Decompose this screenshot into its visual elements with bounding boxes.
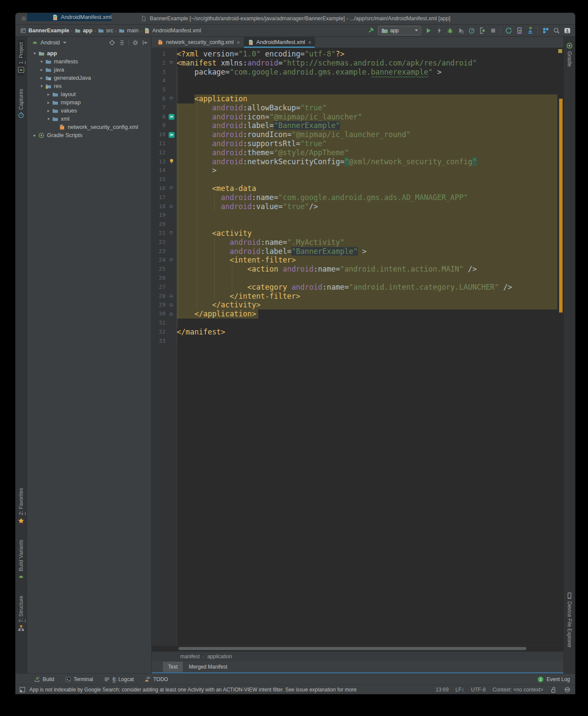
fold-end-icon[interactable] — [168, 302, 175, 309]
breadcrumb-item[interactable]: main — [118, 27, 138, 34]
code-line[interactable]: 9 android:label="BannerExample" — [152, 121, 557, 130]
code-line[interactable]: 30 </application> — [152, 310, 557, 319]
lock-open-icon[interactable] — [550, 686, 557, 693]
intention-bulb-icon[interactable] — [168, 158, 175, 165]
code-line[interactable]: 25 <action android:name="android.intent.… — [152, 265, 557, 274]
tool-window-button-build-variants[interactable]: Build Variants — [18, 538, 25, 582]
fold-end-icon[interactable] — [168, 311, 175, 318]
profile-icon[interactable] — [457, 27, 464, 34]
selection-scroll-marker[interactable] — [559, 99, 563, 313]
context-widget[interactable]: Context: <no context> — [493, 687, 543, 693]
tool-window-button-gradle[interactable]: Gradle — [566, 40, 573, 69]
tree-item-mipmap[interactable]: ▸ mipmap — [27, 98, 151, 106]
fold-collapse-icon[interactable] — [168, 95, 175, 102]
file-encoding[interactable]: UTF-8 — [471, 687, 486, 693]
chevron-right-icon[interactable]: ▸ — [45, 108, 52, 113]
code-line[interactable]: 26 — [152, 274, 557, 283]
chevron-right-icon[interactable]: ▸ — [38, 67, 45, 72]
code-line[interactable]: 22 android:name=".MyActivity" — [152, 238, 557, 247]
account-icon[interactable] — [564, 27, 571, 34]
breadcrumb-item[interactable]: BannerExample — [20, 27, 69, 34]
highlighting-level-icon[interactable] — [564, 686, 571, 693]
android-profiler-icon[interactable] — [468, 27, 475, 34]
code-line[interactable]: 21 <activity — [152, 229, 557, 238]
resource-preview-icon[interactable] — [168, 113, 175, 120]
attach-debugger-icon[interactable] — [479, 27, 486, 34]
code-line[interactable]: 7 android:allowBackup="true" — [152, 103, 557, 113]
chevron-down-icon[interactable]: ▾ — [38, 84, 45, 88]
project-view-selector[interactable]: Android — [31, 39, 66, 46]
resource-preview-icon[interactable] — [168, 131, 175, 138]
gear-icon[interactable] — [132, 39, 139, 46]
chevron-right-icon[interactable]: ▸ — [45, 92, 52, 97]
status-message[interactable]: App is not indexable by Google Search; c… — [29, 687, 357, 693]
breadcrumb-item[interactable]: app — [74, 27, 92, 34]
code-line[interactable]: 3 package="com.google.android.gms.exampl… — [152, 68, 557, 77]
code-line[interactable]: 31 — [152, 319, 557, 328]
fold-collapse-icon[interactable] — [168, 230, 175, 237]
code-line[interactable]: 23 android:label="BannerExample" > — [152, 247, 557, 256]
tree-item-network-security-config-xml[interactable]: network_security_config.xml — [27, 123, 151, 131]
caret-position[interactable]: 13:69 — [436, 687, 449, 693]
view-tab-text[interactable]: Text — [163, 662, 183, 672]
code-line[interactable]: 16 <meta-data — [152, 184, 557, 193]
stop-icon[interactable] — [490, 27, 497, 34]
code-line[interactable]: 2 <manifest xmlns:android="http://schema… — [152, 59, 557, 68]
tool-window-button-build[interactable]: Build — [34, 676, 54, 683]
search-everywhere-icon[interactable] — [553, 27, 560, 34]
collapse-all-icon[interactable] — [119, 39, 125, 46]
xml-breadcrumb-manifest[interactable]: manifest — [180, 653, 200, 660]
fold-end-icon[interactable] — [168, 203, 175, 210]
apply-changes-icon[interactable] — [436, 27, 443, 34]
tree-item-res[interactable]: ▾ res — [27, 82, 151, 90]
inspection-status-marker[interactable] — [558, 49, 562, 53]
chevron-right-icon[interactable]: ▸ — [38, 75, 45, 80]
run-icon[interactable] — [425, 27, 432, 34]
editor-tab-androidmanifest-xml[interactable]: AndroidManifest.xml× — [244, 37, 316, 47]
code-line[interactable]: 10 android:roundIcon="@mipmap/ic_launche… — [152, 130, 557, 139]
view-tab-merged-manifest[interactable]: Merged Manifest — [184, 662, 232, 672]
close-icon[interactable]: × — [308, 39, 312, 46]
chevron-right-icon[interactable]: ▸ — [45, 100, 52, 105]
tool-window-button-7-structure[interactable]: 7: Structure — [18, 594, 25, 634]
code-line[interactable]: 13 android:networkSecurityConfig="@xml/n… — [152, 157, 557, 166]
tool-window-button-terminal[interactable]: Terminal — [65, 676, 93, 683]
code-line[interactable]: 29 </activity> — [152, 300, 557, 310]
xml-breadcrumb-application[interactable]: application — [207, 653, 232, 660]
tree-item-xml[interactable]: ▾ xml — [27, 115, 151, 123]
code-line[interactable]: 1 <?xml version="1.0" encoding="utf-8"?> — [152, 50, 557, 59]
code-editor[interactable]: 1 <?xml version="1.0" encoding="utf-8"?>… — [152, 48, 563, 645]
code-line[interactable]: 4 — [152, 76, 557, 85]
fold-end-icon[interactable] — [168, 293, 175, 300]
sync-gradle-icon[interactable] — [505, 27, 512, 34]
code-line[interactable]: 27 <category android:name="android.inten… — [152, 283, 557, 292]
code-line[interactable]: 24 <intent-filter> — [152, 256, 557, 265]
hide-panel-icon[interactable] — [142, 39, 149, 46]
editor-tab-network-security-config-xml[interactable]: network_security_config.xml× — [153, 37, 244, 47]
code-line[interactable]: 17 android:name="com.google.android.gms.… — [152, 193, 557, 202]
code-line[interactable]: 6 <application — [152, 94, 557, 103]
code-line[interactable]: 18 android:value="true"/> — [152, 202, 557, 211]
close-icon[interactable]: × — [237, 39, 240, 46]
tool-window-button-todo[interactable]: TODO — [144, 676, 168, 683]
code-line[interactable]: 11 android:supportsRtl="true" — [152, 139, 557, 148]
toggle-tool-stripes-icon[interactable] — [19, 686, 26, 693]
make-project-icon[interactable] — [367, 27, 374, 34]
tree-item-generatedjava[interactable]: ▸ generatedJava — [27, 74, 151, 82]
code-line[interactable]: 19 — [152, 211, 557, 220]
chevron-right-icon[interactable]: ▸ — [31, 133, 38, 138]
tool-window-button-device-file-explorer[interactable]: Device File Explorer — [566, 590, 573, 650]
code-line[interactable]: 20 — [152, 220, 557, 229]
tree-item-gradle-scripts[interactable]: ▸ Gradle Scripts — [27, 131, 151, 139]
avd-manager-icon[interactable] — [516, 27, 523, 34]
sdk-manager-icon[interactable] — [527, 27, 534, 34]
scrollbar-thumb[interactable] — [178, 647, 526, 650]
code-line[interactable]: 28 </intent-filter> — [152, 292, 557, 301]
tool-window-button-2-favorites[interactable]: 2: Favorites — [18, 486, 25, 526]
breadcrumb-item[interactable]: src — [97, 27, 113, 34]
tool-window-button-1-project[interactable]: 1: Project — [18, 40, 25, 75]
fold-collapse-icon[interactable] — [168, 257, 175, 264]
code-line[interactable]: 32 </manifest> — [152, 328, 557, 337]
code-line[interactable]: 14 > — [152, 166, 557, 175]
event-log-button[interactable]: 2Event Log — [537, 676, 570, 683]
